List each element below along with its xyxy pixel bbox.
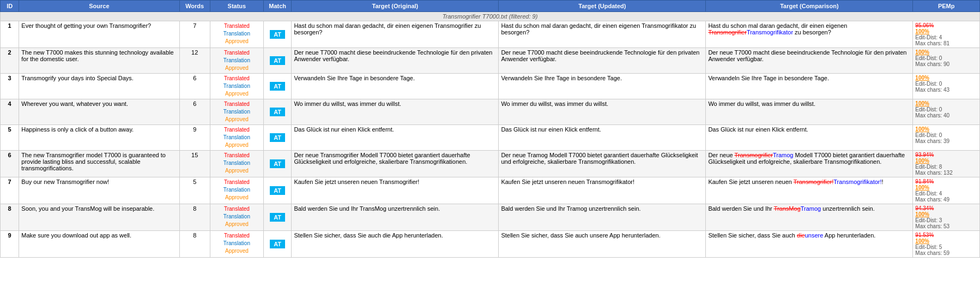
col-header-status: Status: [210, 1, 263, 12]
cell-target-updated: Verwandeln Sie Ihre Tage in besondere Ta…: [499, 74, 706, 99]
cell-target-comparison: Der neue T7000 macht diese beeindruckend…: [706, 48, 913, 74]
cell-match: AT: [263, 99, 291, 125]
cell-status: TranslatedTranslationApproved: [210, 99, 263, 125]
table-row: 7Buy our new Transmogrifier now!5Transla…: [1, 177, 980, 204]
cell-target-original: Das Glück ist nur einen Klick entfernt.: [292, 125, 499, 151]
cell-target-comparison: Kaufen Sie jetzt unseren neuen Transmogr…: [706, 177, 913, 204]
col-header-pemp: PEMp: [913, 1, 980, 12]
cell-status: TranslatedTranslationApproved: [210, 74, 263, 99]
col-header-match: Match: [263, 1, 291, 12]
cell-target-updated: Das Glück ist nur einen Klick entfernt.: [499, 125, 706, 151]
cell-target-updated: Der neue Tramog Modell T7000 bietet gara…: [499, 151, 706, 177]
cell-words: 8: [179, 231, 210, 258]
cell-target-updated: Stellen Sie sicher, dass Sie auch unsere…: [499, 231, 706, 258]
cell-source: The new Transmogrifier model T7000 is gu…: [19, 151, 179, 177]
cell-source: Ever thought of getting your own Transmo…: [19, 21, 179, 48]
cell-target-original: Der neue T7000 macht diese beeindruckend…: [292, 48, 499, 74]
comparison-added: unsere: [805, 232, 824, 239]
cell-source: Wherever you want, whatever you want.: [19, 99, 179, 125]
comparison-added: Transmogrifikator: [747, 29, 793, 35]
col-header-id: ID: [1, 1, 19, 12]
col-header-target-updated: Target (Updated): [499, 1, 706, 12]
table-row: 8Soon, you and your TransMog will be ins…: [1, 204, 980, 231]
cell-status: TranslatedTranslationApproved: [210, 48, 263, 74]
cell-status: TranslatedTranslationApproved: [210, 21, 263, 48]
cell-id: 1: [1, 21, 19, 48]
table-row: 1Ever thought of getting your own Transm…: [1, 21, 980, 48]
cell-id: 4: [1, 99, 19, 125]
cell-target-comparison: Stellen Sie sicher, dass Sie auch dieuns…: [706, 231, 913, 258]
cell-id: 7: [1, 177, 19, 204]
cell-words: 12: [179, 48, 210, 74]
cell-pemp: 100%Edit-Dist: 0Max chars: 43: [913, 74, 980, 99]
cell-status: TranslatedTranslationApproved: [210, 177, 263, 204]
cell-id: 8: [1, 204, 19, 231]
table-row: 5Happiness is only a click of a button a…: [1, 125, 980, 151]
comparison-deleted: die: [797, 232, 805, 239]
col-header-target-comparison: Target (Comparison): [706, 1, 913, 12]
comparison-deleted: Transmogrifier: [708, 29, 747, 35]
cell-target-updated: Der neue T7000 macht diese beeindruckend…: [499, 48, 706, 74]
cell-target-comparison: Wo immer du willst, was immer du willst.: [706, 99, 913, 125]
cell-target-original: Hast du schon mal daran gedacht, dir ein…: [292, 21, 499, 48]
cell-target-comparison: Der neue TransmogrifierTramog Modell T70…: [706, 151, 913, 177]
cell-pemp: 91.84%100%Edit-Dist: 4Max chars: 49: [913, 177, 980, 204]
cell-words: 6: [179, 99, 210, 125]
cell-words: 6: [179, 74, 210, 99]
cell-pemp: 95.06%100%Edit-Dist: 4Max chars: 81: [913, 21, 980, 48]
cell-status: TranslatedTranslationApproved: [210, 151, 263, 177]
cell-id: 5: [1, 125, 19, 151]
cell-target-original: Der neue Transmogrifier Modell T7000 bie…: [292, 151, 499, 177]
cell-status: TranslatedTranslationApproved: [210, 125, 263, 151]
cell-match: AT: [263, 177, 291, 204]
filter-info-cell: Transmogrifier T7000.txt (filtered: 9): [1, 12, 980, 21]
cell-pemp: 100%Edit-Dist: 0Max chars: 90: [913, 48, 980, 74]
table-row: 3Transmogrify your days into Special Day…: [1, 74, 980, 99]
col-header-source: Source: [19, 1, 179, 12]
cell-id: 3: [1, 74, 19, 99]
cell-target-comparison: Verwandeln Sie Ihre Tage in besondere Ta…: [706, 74, 913, 99]
cell-id: 9: [1, 231, 19, 258]
table-row: 2The new T7000 makes this stunning techn…: [1, 48, 980, 74]
cell-words: 9: [179, 125, 210, 151]
comparison-deleted: Transmogrifier!: [794, 179, 834, 185]
cell-match: AT: [263, 21, 291, 48]
table-row: 4Wherever you want, whatever you want.6T…: [1, 99, 980, 125]
comparison-added: Tramog: [801, 205, 821, 212]
cell-match: AT: [263, 231, 291, 258]
comparison-deleted: Transmogrifier: [734, 152, 773, 158]
cell-pemp: 91.53%100%Edit-Dist: 5Max chars: 59: [913, 231, 980, 258]
cell-words: 7: [179, 21, 210, 48]
cell-words: 5: [179, 177, 210, 204]
table-row: 6The new Transmogrifier model T7000 is g…: [1, 151, 980, 177]
comparison-added: Tramog: [773, 152, 794, 158]
cell-target-updated: Bald werden Sie und Ihr Tramog unzertren…: [499, 204, 706, 231]
cell-status: TranslatedTranslationApproved: [210, 204, 263, 231]
cell-words: 8: [179, 204, 210, 231]
col-header-target-original: Target (Original): [292, 1, 499, 12]
comparison-deleted: TransMog: [774, 205, 801, 212]
cell-id: 2: [1, 48, 19, 74]
cell-pemp: 100%Edit-Dist: 0Max chars: 40: [913, 99, 980, 125]
cell-source: Happiness is only a click of a button aw…: [19, 125, 179, 151]
cell-target-updated: Hast du schon mal daran gedacht, dir ein…: [499, 21, 706, 48]
col-header-words: Words: [179, 1, 210, 12]
cell-source: Soon, you and your TransMog will be inse…: [19, 204, 179, 231]
cell-source: Buy our new Transmogrifier now!: [19, 177, 179, 204]
cell-id: 6: [1, 151, 19, 177]
main-table: ID Source Words Status Match Target (Ori…: [0, 0, 980, 258]
cell-pemp: 93.94%100%Edit-Dist: 8Max chars: 132: [913, 151, 980, 177]
comparison-added: Transmogrifikator!: [833, 179, 881, 185]
cell-target-comparison: Das Glück ist nur einen Klick entfernt.: [706, 125, 913, 151]
cell-target-original: Wo immer du willst, was immer du willst.: [292, 99, 499, 125]
cell-target-original: Verwandeln Sie Ihre Tage in besondere Ta…: [292, 74, 499, 99]
cell-words: 15: [179, 151, 210, 177]
cell-target-original: Bald werden Sie und Ihr TransMog unzertr…: [292, 204, 499, 231]
cell-source: Transmogrify your days into Special Days…: [19, 74, 179, 99]
cell-match: AT: [263, 74, 291, 99]
cell-match: AT: [263, 204, 291, 231]
cell-target-updated: Wo immer du willst, was immer du willst.: [499, 99, 706, 125]
cell-target-comparison: Bald werden Sie und Ihr TransMogTramog u…: [706, 204, 913, 231]
cell-pemp: 94.34%100%Edit-Dist: 3Max chars: 53: [913, 204, 980, 231]
cell-pemp: 100%Edit-Dist: 0Max chars: 39: [913, 125, 980, 151]
